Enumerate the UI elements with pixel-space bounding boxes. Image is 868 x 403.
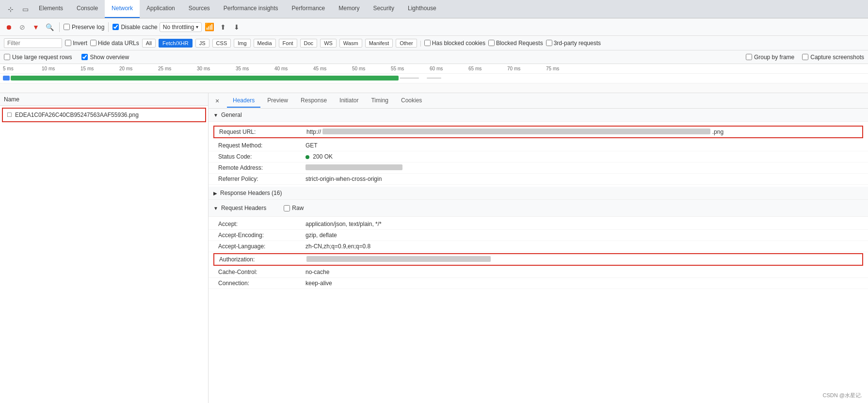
upload-icon[interactable]: ⬆ <box>217 21 229 33</box>
disable-cache-checkbox[interactable] <box>113 24 119 30</box>
filter-other[interactable]: Other <box>396 39 417 48</box>
blocked-requests-checkbox[interactable] <box>488 40 495 46</box>
timeline-blue-bar <box>3 76 10 81</box>
record-stop-icon[interactable]: ⏺ <box>3 21 15 33</box>
accept-language-row: Accept-Language: zh-CN,zh;q=0.9,en;q=0.8 <box>209 241 868 252</box>
preserve-log-label[interactable]: Preserve log <box>64 24 104 31</box>
close-button[interactable]: × <box>212 96 222 106</box>
general-section-body: Request URL: http:// .png Request Method… <box>209 122 868 187</box>
has-blocked-cookies-checkbox[interactable] <box>424 40 431 46</box>
filter-img[interactable]: Img <box>234 39 250 48</box>
request-url-row: Request URL: http:// .png <box>213 126 863 138</box>
third-party-checkbox[interactable] <box>546 40 552 46</box>
divider2 <box>108 22 109 32</box>
request-item[interactable]: ☐ EDEA1C0FA26C40CB95247563AAF55936.png <box>2 108 206 122</box>
cursor-icon[interactable]: ⊹ <box>4 2 17 16</box>
download-icon[interactable]: ⬇ <box>231 21 242 33</box>
remote-address-blurred <box>305 164 402 170</box>
request-method-row: Request Method: GET <box>209 140 868 151</box>
request-headers-section-header[interactable]: ▼ Request Headers Raw <box>209 200 868 217</box>
throttling-select[interactable]: No throttling ▾ <box>160 22 202 32</box>
expand-arrow-req-icon: ▼ <box>213 206 218 211</box>
authorization-row: Authorization: <box>213 253 863 266</box>
cache-control-row: Cache-Control: no-cache <box>209 267 868 278</box>
filter-ws[interactable]: WS <box>320 39 337 48</box>
has-blocked-cookies-label[interactable]: Has blocked cookies <box>424 40 485 47</box>
hide-data-urls-checkbox[interactable] <box>90 40 96 46</box>
watermark: CSDN @水星记. <box>823 392 862 399</box>
search-icon[interactable]: 🔍 <box>44 21 55 33</box>
tab-cookies[interactable]: Cookies <box>395 94 428 108</box>
chevron-down-icon: ▾ <box>196 24 198 30</box>
tab-headers[interactable]: Headers <box>227 94 260 108</box>
group-by-frame-checkbox[interactable] <box>746 54 752 60</box>
tab-console[interactable]: Console <box>70 0 105 18</box>
clear-icon[interactable]: ⊘ <box>16 21 28 33</box>
filter-css[interactable]: CSS <box>212 39 231 48</box>
authorization-blurred <box>306 256 491 262</box>
filter-icon[interactable]: ▼ <box>30 21 42 33</box>
expand-arrow-response-icon: ▶ <box>213 191 217 196</box>
tab-application[interactable]: Application <box>140 0 182 18</box>
show-overview-checkbox[interactable] <box>81 54 88 60</box>
device-toolbar-icon[interactable]: ▭ <box>18 2 32 16</box>
timeline-gray-bar2 <box>427 78 441 79</box>
tab-security[interactable]: Security <box>367 0 401 18</box>
filter-font[interactable]: Font <box>279 39 297 48</box>
request-headers-body: Accept: application/json, text/plain, */… <box>209 217 868 291</box>
large-rows-checkbox[interactable] <box>4 54 10 60</box>
general-section-header[interactable]: ▼ General <box>209 109 868 122</box>
timeline-green-bar <box>11 76 399 81</box>
filter-wasm[interactable]: Wasm <box>339 39 362 48</box>
tab-lighthouse[interactable]: Lighthouse <box>401 0 443 18</box>
invert-label[interactable]: Invert <box>65 40 87 47</box>
filter-js[interactable]: JS <box>195 39 209 48</box>
timeline-gray-bar <box>400 78 419 79</box>
tab-initiator[interactable]: Initiator <box>334 94 364 108</box>
request-url-blurred <box>322 129 710 134</box>
file-icon: ☐ <box>7 112 12 118</box>
tab-response[interactable]: Response <box>295 94 333 108</box>
filter-all[interactable]: All <box>142 39 156 48</box>
tab-elements[interactable]: Elements <box>32 0 70 18</box>
tab-preview[interactable]: Preview <box>261 94 294 108</box>
timeline-bar-area <box>0 74 868 83</box>
detail-tabs: × Headers Preview Response Initiator Tim… <box>209 93 868 109</box>
status-code-row: Status Code: 200 OK <box>209 151 868 162</box>
filter-input[interactable] <box>4 38 62 48</box>
tab-timing[interactable]: Timing <box>365 94 394 108</box>
raw-checkbox-label[interactable]: Raw <box>274 203 313 213</box>
third-party-label[interactable]: 3rd-party requests <box>546 40 601 47</box>
invert-checkbox[interactable] <box>65 40 71 46</box>
filter-media[interactable]: Media <box>254 39 276 48</box>
show-overview-label[interactable]: Show overview <box>81 54 129 61</box>
filter-manifest[interactable]: Manifest <box>365 39 393 48</box>
group-by-frame-label[interactable]: Group by frame <box>746 54 794 61</box>
capture-screenshots-label[interactable]: Capture screenshots <box>802 54 864 61</box>
accept-encoding-row: Accept-Encoding: gzip, deflate <box>209 230 868 241</box>
status-dot-icon <box>305 155 309 159</box>
tab-network[interactable]: Network <box>105 0 140 18</box>
expand-arrow-icon: ▼ <box>213 113 218 118</box>
capture-screenshots-checkbox[interactable] <box>802 54 808 60</box>
remote-address-row: Remote Address: <box>209 162 868 174</box>
tab-performance-insights[interactable]: Performance insights <box>217 0 285 18</box>
preserve-log-checkbox[interactable] <box>64 24 70 30</box>
blocked-requests-label[interactable]: Blocked Requests <box>488 40 543 47</box>
wifi-icon[interactable]: 📶 <box>204 21 215 33</box>
response-headers-section-header[interactable]: ▶ Response Headers (16) <box>209 187 868 200</box>
filter-doc[interactable]: Doc <box>300 39 318 48</box>
accept-row: Accept: application/json, text/plain, */… <box>209 219 868 230</box>
tab-memory[interactable]: Memory <box>332 0 366 18</box>
detail-panel: × Headers Preview Response Initiator Tim… <box>209 93 868 403</box>
raw-checkbox[interactable] <box>284 205 290 211</box>
connection-row: Connection: keep-alive <box>209 278 868 289</box>
hide-data-urls-label[interactable]: Hide data URLs <box>90 40 139 47</box>
divider <box>59 22 60 32</box>
large-rows-label[interactable]: Use large request rows <box>4 54 72 61</box>
filter-fetch-xhr[interactable]: Fetch/XHR <box>159 39 193 48</box>
timeline-ruler: 5 ms 10 ms 15 ms 20 ms 25 ms 30 ms 35 ms… <box>0 64 868 74</box>
disable-cache-label[interactable]: Disable cache <box>113 24 157 31</box>
tab-performance[interactable]: Performance <box>285 0 332 18</box>
tab-sources[interactable]: Sources <box>182 0 217 18</box>
